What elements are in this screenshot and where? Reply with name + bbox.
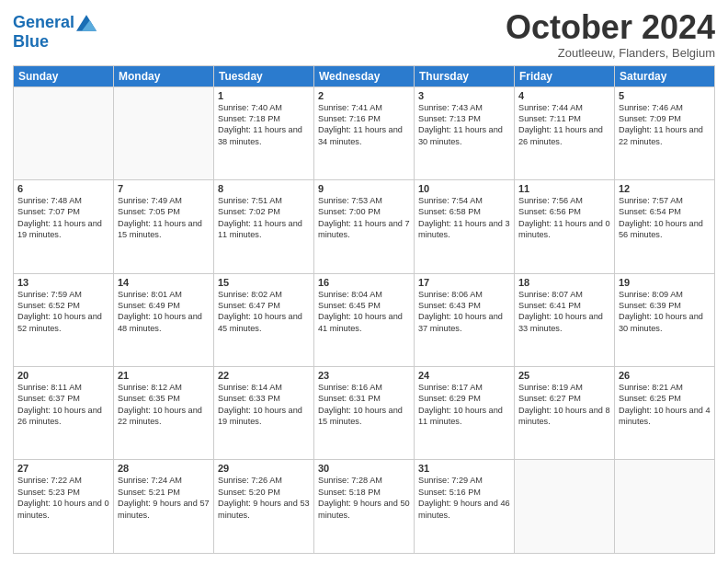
table-row: 12Sunrise: 7:57 AM Sunset: 6:54 PM Dayli… — [615, 180, 715, 273]
day-number: 18 — [518, 277, 610, 288]
day-number: 20 — [17, 370, 109, 381]
calendar-table: Sunday Monday Tuesday Wednesday Thursday… — [13, 65, 715, 554]
col-friday: Friday — [515, 65, 615, 86]
col-thursday: Thursday — [415, 65, 515, 86]
day-info: Sunrise: 8:12 AM Sunset: 6:35 PM Dayligh… — [118, 382, 210, 428]
page: General Blue October 2024 Zoutleeuw, Fla… — [0, 0, 728, 563]
table-row: 21Sunrise: 8:12 AM Sunset: 6:35 PM Dayli… — [114, 367, 214, 460]
table-row: 24Sunrise: 8:17 AM Sunset: 6:29 PM Dayli… — [415, 367, 515, 460]
table-row: 26Sunrise: 8:21 AM Sunset: 6:25 PM Dayli… — [615, 367, 715, 460]
table-row: 3Sunrise: 7:43 AM Sunset: 7:13 PM Daylig… — [415, 86, 515, 179]
day-number: 4 — [518, 90, 610, 101]
col-saturday: Saturday — [615, 65, 715, 86]
table-row: 7Sunrise: 7:49 AM Sunset: 7:05 PM Daylig… — [114, 180, 214, 273]
table-row — [14, 86, 114, 179]
calendar-week-row: 13Sunrise: 7:59 AM Sunset: 6:52 PM Dayli… — [14, 273, 715, 366]
table-row: 29Sunrise: 7:26 AM Sunset: 5:20 PM Dayli… — [214, 460, 314, 554]
day-number: 19 — [619, 277, 711, 288]
day-info: Sunrise: 8:07 AM Sunset: 6:41 PM Dayligh… — [518, 289, 610, 335]
table-row: 20Sunrise: 8:11 AM Sunset: 6:37 PM Dayli… — [14, 367, 114, 460]
day-number: 6 — [17, 183, 109, 194]
logo-icon — [76, 13, 97, 33]
logo-text-general: General — [13, 14, 74, 32]
day-info: Sunrise: 7:22 AM Sunset: 5:23 PM Dayligh… — [17, 475, 109, 521]
day-number: 11 — [518, 183, 610, 194]
table-row: 22Sunrise: 8:14 AM Sunset: 6:33 PM Dayli… — [214, 367, 314, 460]
day-number: 16 — [318, 277, 410, 288]
table-row: 11Sunrise: 7:56 AM Sunset: 6:56 PM Dayli… — [515, 180, 615, 273]
day-info: Sunrise: 8:06 AM Sunset: 6:43 PM Dayligh… — [418, 289, 510, 335]
day-number: 22 — [218, 370, 310, 381]
day-info: Sunrise: 8:01 AM Sunset: 6:49 PM Dayligh… — [118, 289, 210, 335]
table-row: 13Sunrise: 7:59 AM Sunset: 6:52 PM Dayli… — [14, 273, 114, 366]
col-monday: Monday — [114, 65, 214, 86]
col-tuesday: Tuesday — [214, 65, 314, 86]
day-number: 31 — [418, 463, 510, 474]
table-row — [615, 460, 715, 554]
calendar-week-row: 1Sunrise: 7:40 AM Sunset: 7:18 PM Daylig… — [14, 86, 715, 179]
day-number: 28 — [118, 463, 210, 474]
day-info: Sunrise: 7:26 AM Sunset: 5:20 PM Dayligh… — [218, 475, 310, 521]
day-number: 26 — [619, 370, 711, 381]
table-row: 10Sunrise: 7:54 AM Sunset: 6:58 PM Dayli… — [415, 180, 515, 273]
day-info: Sunrise: 8:14 AM Sunset: 6:33 PM Dayligh… — [218, 382, 310, 428]
day-number: 2 — [318, 90, 410, 101]
table-row: 5Sunrise: 7:46 AM Sunset: 7:09 PM Daylig… — [615, 86, 715, 179]
day-number: 21 — [118, 370, 210, 381]
table-row: 23Sunrise: 8:16 AM Sunset: 6:31 PM Dayli… — [314, 367, 415, 460]
day-number: 23 — [318, 370, 410, 381]
table-row — [515, 460, 615, 554]
day-number: 27 — [17, 463, 109, 474]
table-row: 30Sunrise: 7:28 AM Sunset: 5:18 PM Dayli… — [314, 460, 415, 554]
day-number: 13 — [17, 277, 109, 288]
day-info: Sunrise: 8:02 AM Sunset: 6:47 PM Dayligh… — [218, 289, 310, 335]
day-number: 7 — [118, 183, 210, 194]
table-row — [114, 86, 214, 179]
subtitle: Zoutleeuw, Flanders, Belgium — [506, 46, 715, 60]
day-info: Sunrise: 7:57 AM Sunset: 6:54 PM Dayligh… — [619, 195, 711, 241]
day-info: Sunrise: 7:49 AM Sunset: 7:05 PM Dayligh… — [118, 195, 210, 241]
day-info: Sunrise: 8:16 AM Sunset: 6:31 PM Dayligh… — [318, 382, 410, 428]
day-info: Sunrise: 7:59 AM Sunset: 6:52 PM Dayligh… — [17, 289, 109, 335]
day-info: Sunrise: 8:09 AM Sunset: 6:39 PM Dayligh… — [619, 289, 711, 335]
day-info: Sunrise: 7:48 AM Sunset: 7:07 PM Dayligh… — [17, 195, 109, 241]
day-number: 15 — [218, 277, 310, 288]
day-number: 29 — [218, 463, 310, 474]
logo: General Blue — [13, 13, 97, 52]
day-number: 24 — [418, 370, 510, 381]
table-row: 8Sunrise: 7:51 AM Sunset: 7:02 PM Daylig… — [214, 180, 314, 273]
day-info: Sunrise: 7:28 AM Sunset: 5:18 PM Dayligh… — [318, 475, 410, 521]
day-number: 1 — [218, 90, 310, 101]
table-row: 1Sunrise: 7:40 AM Sunset: 7:18 PM Daylig… — [214, 86, 314, 179]
table-row: 9Sunrise: 7:53 AM Sunset: 7:00 PM Daylig… — [314, 180, 415, 273]
table-row: 15Sunrise: 8:02 AM Sunset: 6:47 PM Dayli… — [214, 273, 314, 366]
day-info: Sunrise: 8:21 AM Sunset: 6:25 PM Dayligh… — [619, 382, 711, 428]
col-wednesday: Wednesday — [314, 65, 415, 86]
day-info: Sunrise: 7:53 AM Sunset: 7:00 PM Dayligh… — [318, 195, 410, 241]
day-info: Sunrise: 7:51 AM Sunset: 7:02 PM Dayligh… — [218, 195, 310, 241]
month-title: October 2024 — [506, 9, 715, 46]
day-info: Sunrise: 7:43 AM Sunset: 7:13 PM Dayligh… — [418, 102, 510, 148]
day-info: Sunrise: 7:40 AM Sunset: 7:18 PM Dayligh… — [218, 102, 310, 148]
day-number: 8 — [218, 183, 310, 194]
col-sunday: Sunday — [14, 65, 114, 86]
header: General Blue October 2024 Zoutleeuw, Fla… — [13, 9, 715, 60]
calendar-header-row: Sunday Monday Tuesday Wednesday Thursday… — [14, 65, 715, 86]
calendar-week-row: 20Sunrise: 8:11 AM Sunset: 6:37 PM Dayli… — [14, 367, 715, 460]
calendar-week-row: 27Sunrise: 7:22 AM Sunset: 5:23 PM Dayli… — [14, 460, 715, 554]
day-info: Sunrise: 8:04 AM Sunset: 6:45 PM Dayligh… — [318, 289, 410, 335]
table-row: 31Sunrise: 7:29 AM Sunset: 5:16 PM Dayli… — [415, 460, 515, 554]
day-info: Sunrise: 7:41 AM Sunset: 7:16 PM Dayligh… — [318, 102, 410, 148]
day-info: Sunrise: 7:24 AM Sunset: 5:21 PM Dayligh… — [118, 475, 210, 521]
table-row: 6Sunrise: 7:48 AM Sunset: 7:07 PM Daylig… — [14, 180, 114, 273]
day-number: 14 — [118, 277, 210, 288]
day-info: Sunrise: 8:11 AM Sunset: 6:37 PM Dayligh… — [17, 382, 109, 428]
table-row: 27Sunrise: 7:22 AM Sunset: 5:23 PM Dayli… — [14, 460, 114, 554]
day-info: Sunrise: 7:54 AM Sunset: 6:58 PM Dayligh… — [418, 195, 510, 241]
day-number: 5 — [619, 90, 711, 101]
table-row: 28Sunrise: 7:24 AM Sunset: 5:21 PM Dayli… — [114, 460, 214, 554]
calendar-week-row: 6Sunrise: 7:48 AM Sunset: 7:07 PM Daylig… — [14, 180, 715, 273]
day-number: 9 — [318, 183, 410, 194]
day-info: Sunrise: 7:44 AM Sunset: 7:11 PM Dayligh… — [518, 102, 610, 148]
table-row: 16Sunrise: 8:04 AM Sunset: 6:45 PM Dayli… — [314, 273, 415, 366]
